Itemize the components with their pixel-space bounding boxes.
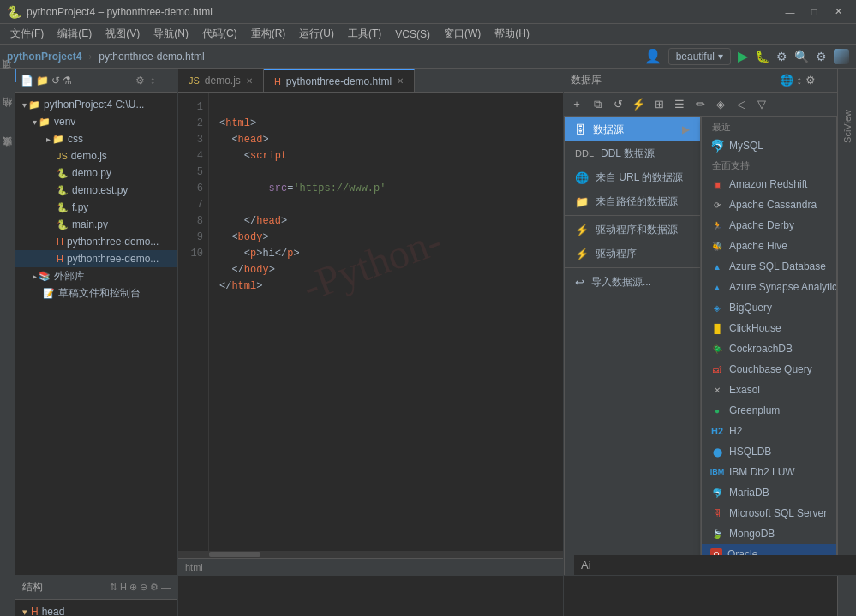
db-exasol[interactable]: ✕ Exasol bbox=[702, 380, 836, 400]
expand-icon[interactable]: ↕ bbox=[148, 73, 157, 88]
close-button[interactable]: ✕ bbox=[827, 3, 849, 21]
tree-htmlfile1[interactable]: H pythonthree-demo... bbox=[15, 233, 177, 250]
db-globe-icon[interactable]: 🌐 bbox=[780, 74, 793, 87]
ctx-path[interactable]: 📁 来自路径的数据源 bbox=[565, 189, 700, 213]
maximize-button[interactable]: □ bbox=[803, 3, 825, 21]
db-cols-btn[interactable]: ☰ bbox=[670, 95, 689, 114]
code-editor[interactable]: <html> <head> <script src='https://www.p… bbox=[209, 93, 563, 551]
db-greenplum[interactable]: ● Greenplum bbox=[702, 400, 836, 421]
tree-f-py[interactable]: 🐍 f.py bbox=[15, 199, 177, 216]
tree-main-py[interactable]: 🐍 main.py bbox=[15, 216, 177, 233]
db-clickhouse[interactable]: ▐▌ ClickHouse bbox=[702, 318, 836, 338]
db-amazon-redshift[interactable]: ▣ Amazon Redshift bbox=[702, 174, 836, 194]
minimize-button[interactable]: — bbox=[779, 3, 801, 21]
menu-help[interactable]: 帮助(H) bbox=[488, 25, 536, 43]
db-filter-btn[interactable]: ▽ bbox=[752, 95, 771, 114]
menu-view[interactable]: 视图(V) bbox=[99, 25, 147, 43]
menu-window[interactable]: 窗口(W) bbox=[437, 25, 488, 43]
db-mongodb[interactable]: 🍃 MongoDB bbox=[702, 523, 836, 544]
run-config[interactable]: beautiful ▾ bbox=[668, 48, 731, 65]
db-mysql[interactable]: 🐬 MySQL bbox=[702, 135, 836, 156]
horizontal-scrollbar[interactable] bbox=[178, 551, 563, 558]
db-refresh-btn[interactable]: ↺ bbox=[608, 95, 627, 114]
favorites-tab[interactable]: 收藏夹 bbox=[0, 147, 15, 161]
user-icon[interactable]: 👤 bbox=[644, 48, 661, 64]
struct-settings-icon[interactable]: ⚙ bbox=[150, 582, 159, 593]
tab-html[interactable]: H pythonthree-demo.html ✕ bbox=[264, 69, 415, 92]
db-h2[interactable]: H2 H2 bbox=[702, 421, 836, 441]
menu-vcs[interactable]: VCS(S) bbox=[388, 27, 437, 42]
menu-file[interactable]: 文件(F) bbox=[3, 25, 51, 43]
tree-demo-py[interactable]: 🐍 demo.py bbox=[15, 164, 177, 182]
filter-icon[interactable]: ⚗ bbox=[63, 75, 72, 87]
db-azure-synapse[interactable]: ▲ Azure Synapse Analytics bbox=[702, 277, 836, 297]
struct-collapse-icon[interactable]: ⊖ bbox=[140, 582, 147, 593]
db-hsqldb[interactable]: ⬤ HSQLDB bbox=[702, 441, 836, 462]
new-dir-icon[interactable]: 📁 bbox=[36, 75, 49, 87]
tree-scratch[interactable]: 📝 草稿文件和控制台 bbox=[15, 284, 177, 302]
window-controls: — □ ✕ bbox=[779, 3, 849, 21]
ctx-import[interactable]: ↩ 导入数据源... bbox=[565, 270, 700, 294]
new-file-icon[interactable]: 📄 bbox=[21, 75, 33, 87]
db-cockroachdb[interactable]: 🪲 CockroachDB bbox=[702, 338, 836, 359]
struct-head[interactable]: ▾ H head bbox=[19, 603, 174, 616]
db-azure-sql[interactable]: ▲ Azure SQL Database bbox=[702, 256, 836, 277]
db-apache-cassandra[interactable]: ⟳ Apache Cassandra bbox=[702, 194, 836, 215]
menu-edit[interactable]: 编辑(E) bbox=[51, 25, 99, 43]
menu-code[interactable]: 代码(C) bbox=[195, 25, 244, 43]
db-filter-icon[interactable]: ⚙ bbox=[805, 74, 816, 87]
settings-icon[interactable]: ⚙ bbox=[776, 50, 787, 63]
tree-external[interactable]: ▸ 📚 外部库 bbox=[15, 267, 177, 284]
project-tab[interactable]: 项目 bbox=[0, 69, 16, 82]
db-mariadb[interactable]: 🐬 MariaDB bbox=[702, 482, 836, 503]
db-apache-hive[interactable]: 🐝 Apache Hive bbox=[702, 236, 836, 256]
db-sync-btn[interactable]: ⚡ bbox=[629, 95, 648, 114]
gear-icon[interactable]: ⚙ bbox=[134, 73, 147, 88]
db-add-btn[interactable]: + bbox=[567, 95, 586, 114]
db-ibm-db2[interactable]: IBM IBM Db2 LUW bbox=[702, 462, 836, 482]
db-edit-btn[interactable]: ✏ bbox=[691, 95, 709, 114]
menu-refactor[interactable]: 重构(R) bbox=[244, 25, 293, 43]
html-icon[interactable]: H bbox=[120, 582, 127, 593]
tree-htmlfile2[interactable]: H pythonthree-demo... bbox=[15, 250, 177, 267]
tree-css[interactable]: ▸ 📁 css bbox=[15, 130, 177, 147]
db-sql-btn[interactable]: ◈ bbox=[711, 95, 730, 114]
tree-venv[interactable]: ▾ 📁 venv bbox=[15, 113, 177, 130]
collapse-icon[interactable]: — bbox=[159, 73, 172, 88]
db-mssql[interactable]: 🗄 Microsoft SQL Server bbox=[702, 503, 836, 523]
refresh-icon[interactable]: ↺ bbox=[51, 75, 60, 87]
tab-demo-js-close[interactable]: ✕ bbox=[246, 76, 253, 86]
tab-demo-js[interactable]: JS demo.js ✕ bbox=[178, 69, 264, 92]
right-sidebar: SciView bbox=[837, 69, 856, 575]
menu-tools[interactable]: 工具(T) bbox=[341, 25, 388, 43]
project-separator: › bbox=[88, 51, 92, 63]
menu-navigate[interactable]: 导航(N) bbox=[147, 25, 195, 43]
ctx-url[interactable]: 🌐 来自 URL 的数据源 bbox=[565, 165, 700, 189]
more-icon[interactable]: ⚙ bbox=[816, 50, 827, 63]
db-bigquery[interactable]: ◈ BigQuery bbox=[702, 297, 836, 318]
db-couchbase[interactable]: 🛋 Couchbase Query bbox=[702, 359, 836, 380]
db-minus-icon[interactable]: — bbox=[819, 74, 830, 87]
db-copy-btn[interactable]: ⧉ bbox=[588, 95, 607, 114]
tree-root[interactable]: ▾ 📁 pythonProject4 C:\U... bbox=[15, 96, 177, 113]
ctx-drivers-ds[interactable]: ⚡ 驱动程序和数据源 bbox=[565, 218, 700, 242]
sciview-tab[interactable]: SciView bbox=[841, 103, 854, 150]
structure-tab[interactable]: 结构 bbox=[0, 108, 15, 122]
tab-html-close[interactable]: ✕ bbox=[397, 76, 404, 86]
search-icon[interactable]: 🔍 bbox=[794, 50, 809, 63]
db-expand-icon[interactable]: ↕ bbox=[797, 74, 803, 87]
ctx-ddl[interactable]: DDL DDL 数据源 bbox=[565, 141, 700, 165]
ctx-datasource[interactable]: 🗄 数据源 ▶ bbox=[565, 117, 700, 141]
db-apache-derby[interactable]: 🏃 Apache Derby bbox=[702, 215, 836, 236]
ctx-drivers[interactable]: ⚡ 驱动程序 bbox=[565, 242, 700, 266]
run-button[interactable]: ▶ bbox=[738, 48, 748, 64]
tree-demo-js[interactable]: JS demo.js bbox=[15, 147, 177, 164]
menu-run[interactable]: 运行(U) bbox=[292, 25, 341, 43]
struct-expand-icon[interactable]: ⊕ bbox=[129, 582, 137, 593]
sort-icon[interactable]: ⇅ bbox=[110, 582, 117, 593]
tree-demotest-py[interactable]: 🐍 demotest.py bbox=[15, 182, 177, 199]
db-arrow-left-btn[interactable]: ◁ bbox=[732, 95, 751, 114]
db-table-btn[interactable]: ⊞ bbox=[649, 95, 668, 114]
debug-button[interactable]: 🐛 bbox=[755, 50, 769, 63]
struct-minus-icon[interactable]: — bbox=[161, 582, 171, 593]
